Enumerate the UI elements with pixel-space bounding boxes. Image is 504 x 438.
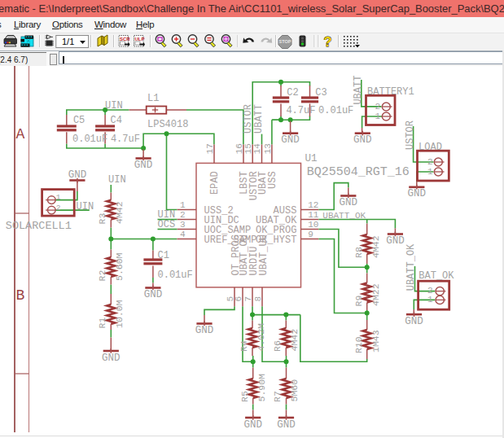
svg-text:C2: C2 xyxy=(287,87,298,99)
svg-text:7: 7 xyxy=(243,296,253,302)
svg-text:1M43: 1M43 xyxy=(370,330,381,353)
svg-text:2: 2 xyxy=(56,204,61,212)
svg-text:GND: GND xyxy=(340,197,358,208)
svg-text:GND: GND xyxy=(281,134,300,146)
svg-text:UBATT_OK: UBATT_OK xyxy=(322,211,366,221)
svg-text:14: 14 xyxy=(252,143,262,155)
svg-text:6: 6 xyxy=(234,296,243,302)
svg-text:11: 11 xyxy=(308,210,319,220)
svg-text:4M42: 4M42 xyxy=(289,329,300,352)
svg-text:A: A xyxy=(16,126,25,142)
svg-text:12: 12 xyxy=(308,200,318,210)
svg-text:BAT_OK: BAT_OK xyxy=(419,270,454,282)
svg-text:GND: GND xyxy=(144,289,163,300)
svg-text:EPAD: EPAD xyxy=(209,171,221,195)
svg-text:C3: C3 xyxy=(315,87,327,99)
svg-text:1: 1 xyxy=(180,200,186,210)
svg-text:5.60M: 5.60M xyxy=(114,252,125,281)
svg-text:GND: GND xyxy=(353,134,372,146)
svg-text:R7: R7 xyxy=(272,391,283,402)
svg-text:R9: R9 xyxy=(353,296,364,307)
svg-text:0.01uF: 0.01uF xyxy=(158,269,193,281)
svg-text:GND: GND xyxy=(68,169,87,181)
svg-text:SCR: SCR xyxy=(120,37,130,42)
svg-text:GND: GND xyxy=(277,419,296,431)
svg-text:4.7uF: 4.7uF xyxy=(111,134,140,145)
svg-text:3: 3 xyxy=(180,220,186,230)
svg-text:L1: L1 xyxy=(147,93,159,104)
svg-text:GND: GND xyxy=(386,235,405,247)
svg-text:4M42: 4M42 xyxy=(370,235,381,258)
svg-text:STOP: STOP xyxy=(279,39,291,44)
svg-text:UBATT: UBATT xyxy=(353,76,364,105)
svg-text:15: 15 xyxy=(243,143,253,154)
svg-text:BQ25504_RGT_16: BQ25504_RGT_16 xyxy=(307,165,410,179)
svg-text:5.90M: 5.90M xyxy=(256,374,267,402)
svg-text:UBATT: UBATT xyxy=(253,104,265,134)
svg-text:1: 1 xyxy=(56,193,61,202)
svg-text:2: 2 xyxy=(180,210,186,220)
svg-text:UIN: UIN xyxy=(105,100,123,112)
svg-text:10.0M: 10.0M xyxy=(114,300,125,328)
svg-text:1: 1 xyxy=(375,112,380,121)
svg-text:UIN: UIN xyxy=(108,174,126,186)
svg-text:2: 2 xyxy=(375,102,380,112)
svg-text:17: 17 xyxy=(205,143,215,154)
svg-text:R5: R5 xyxy=(239,391,250,402)
svg-text:16: 16 xyxy=(234,143,244,154)
svg-text:?: ? xyxy=(324,34,332,49)
svg-text:1/1: 1/1 xyxy=(62,37,74,46)
svg-text:5M60: 5M60 xyxy=(289,379,300,402)
svg-text:10: 10 xyxy=(308,220,318,230)
svg-text:13: 13 xyxy=(263,143,273,154)
svg-text:4M42: 4M42 xyxy=(114,201,125,224)
svg-text:UBATT_OK: UBATT_OK xyxy=(405,243,417,291)
svg-text:4: 4 xyxy=(180,230,186,239)
svg-text:SOLARCELL1: SOLARCELL1 xyxy=(6,220,72,232)
svg-text:4.02M: 4.02M xyxy=(256,323,266,352)
svg-text:B: B xyxy=(16,287,25,304)
svg-text:UIN: UIN xyxy=(77,201,94,212)
svg-text:C5: C5 xyxy=(73,115,85,126)
svg-text:OCS: OCS xyxy=(158,219,176,230)
svg-text:R3: R3 xyxy=(97,213,107,225)
svg-text:U1: U1 xyxy=(305,153,318,164)
svg-text:2: 2 xyxy=(427,157,433,167)
svg-text:9: 9 xyxy=(308,230,313,239)
svg-text:USS: USS xyxy=(267,171,278,189)
svg-text:R8: R8 xyxy=(353,247,364,258)
svg-text:BATTERY1: BATTERY1 xyxy=(367,86,414,98)
svg-text:4.7uF: 4.7uF xyxy=(286,105,315,116)
svg-text:USTOR: USTOR xyxy=(405,120,416,150)
svg-text:LOAD: LOAD xyxy=(419,142,442,153)
svg-text:C4: C4 xyxy=(111,115,122,126)
svg-text:GND: GND xyxy=(243,419,262,431)
svg-text:R10: R10 xyxy=(353,336,364,353)
svg-text:0.01uF: 0.01uF xyxy=(318,105,353,116)
svg-text:1: 1 xyxy=(427,167,433,177)
svg-text:ULP: ULP xyxy=(135,37,145,42)
svg-text:1: 1 xyxy=(427,295,433,304)
svg-text:0.01uF: 0.01uF xyxy=(72,134,107,145)
svg-text:GND: GND xyxy=(195,325,214,336)
svg-text:GND: GND xyxy=(405,316,423,327)
svg-text:UBAT_UU: UBAT_UU xyxy=(258,234,270,275)
svg-text:R6: R6 xyxy=(272,340,283,352)
svg-text:R1: R1 xyxy=(97,318,107,329)
svg-text:LPS4018: LPS4018 xyxy=(147,119,188,130)
svg-text:R2: R2 xyxy=(97,270,107,282)
svg-text:GND: GND xyxy=(408,188,427,199)
svg-text:R4: R4 xyxy=(239,340,249,352)
svg-text:4M22: 4M22 xyxy=(370,283,381,306)
svg-text:8: 8 xyxy=(253,296,263,302)
svg-text:GND: GND xyxy=(134,160,153,171)
svg-text:GND: GND xyxy=(102,353,121,364)
svg-text:C1: C1 xyxy=(158,250,169,261)
